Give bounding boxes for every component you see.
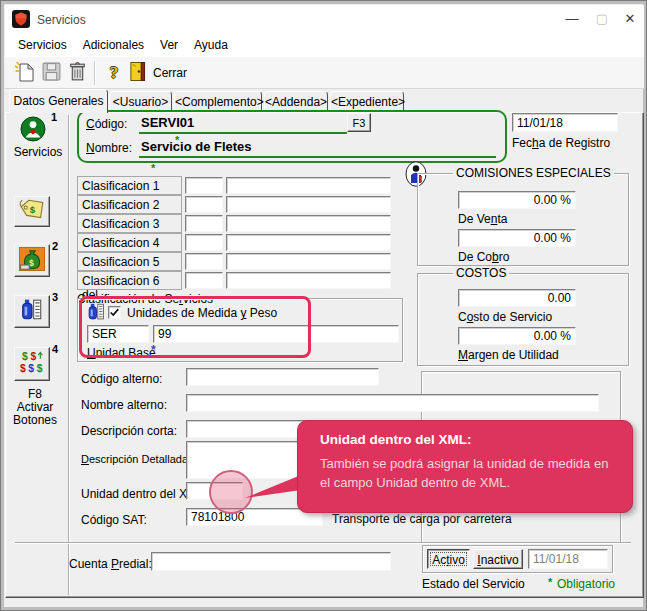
costo-servicio-input[interactable] bbox=[458, 289, 576, 307]
sidebar-item-servicios[interactable]: 1 Servicios bbox=[9, 111, 67, 159]
delete-button[interactable] bbox=[64, 60, 90, 86]
clasificacion-1-label: Clasificacion 1 del bbox=[77, 176, 182, 195]
margen-utilidad-input[interactable] bbox=[458, 327, 576, 345]
clasificacion-1-desc[interactable] bbox=[226, 177, 391, 194]
clasificacion-3-input[interactable] bbox=[185, 215, 223, 232]
codigo-value[interactable]: SERVI01 bbox=[141, 115, 194, 130]
svg-text:$: $ bbox=[22, 351, 28, 362]
help-button[interactable]: ? bbox=[101, 60, 127, 86]
close-form-label: Cerrar bbox=[153, 66, 187, 80]
close-form-button[interactable]: Cerrar bbox=[129, 60, 199, 86]
cuenta-predial-input[interactable] bbox=[151, 552, 391, 571]
svg-text:$: $ bbox=[30, 351, 36, 362]
currency-exchange-icon: $ $ $ $ $ bbox=[19, 350, 46, 378]
obligatorio-label: Obligatorio bbox=[557, 577, 615, 591]
nombre-alterno-label: Nombre alterno: bbox=[81, 398, 167, 412]
activo-button[interactable]: Activo bbox=[427, 549, 470, 569]
sidebar-button2-number: 2 bbox=[52, 240, 58, 252]
margen-utilidad-label: Margen de Utilidad bbox=[458, 348, 559, 362]
codigo-alterno-input[interactable] bbox=[186, 368, 379, 386]
comision-cobro-label: De Cobro bbox=[458, 250, 509, 264]
sidebar-button-prices[interactable]: $ $ $ $ $ bbox=[14, 347, 50, 381]
callout-title: Unidad dentro del XML: bbox=[320, 432, 472, 447]
sidebar-button-units[interactable] bbox=[14, 295, 50, 328]
menu-item-ayuda[interactable]: Ayuda bbox=[194, 38, 228, 52]
clasificacion-2-label: Clasificacion 2 del bbox=[77, 195, 182, 214]
maximize-button: ▢ bbox=[589, 5, 615, 31]
f8-hint-line2: Activar bbox=[5, 400, 65, 414]
clasificacion-4-input[interactable] bbox=[185, 234, 223, 251]
clasificacion-1-input[interactable] bbox=[185, 177, 223, 194]
estado-label: Estado del Servicio bbox=[422, 577, 525, 591]
clasificacion-5-label: Clasificacion 5 del bbox=[77, 252, 182, 271]
fecha-registro-field[interactable] bbox=[512, 113, 618, 132]
comision-venta-input[interactable] bbox=[458, 191, 576, 209]
nombre-required-mark: * bbox=[151, 162, 155, 174]
callout-bubble: Unidad dentro del XML: También se podrá … bbox=[297, 420, 633, 513]
svg-text:$: $ bbox=[28, 363, 34, 374]
descripcion-detallada-label: Descripción Detallada: bbox=[81, 453, 191, 465]
tab-datos-generales[interactable]: Datos Generales bbox=[9, 89, 108, 113]
sidebar-separator bbox=[68, 115, 70, 595]
sidebar-button3-number: 3 bbox=[52, 291, 58, 303]
costos-title: COSTOS bbox=[453, 266, 509, 280]
save-icon bbox=[41, 61, 62, 85]
codigo-sat-desc: Transporte de carga por carretera bbox=[332, 512, 512, 526]
comision-cobro-input[interactable] bbox=[458, 229, 576, 247]
shield-icon bbox=[12, 10, 30, 28]
nombre-value[interactable]: Servicio de Fletes bbox=[141, 139, 252, 154]
clasificacion-5-input[interactable] bbox=[185, 253, 223, 270]
clasificacion-2-input[interactable] bbox=[185, 196, 223, 213]
menu-bar: Servicios Adicionales Ver Ayuda bbox=[5, 33, 644, 57]
unidades-highlight-box bbox=[79, 296, 311, 358]
svg-text:$: $ bbox=[20, 363, 26, 374]
trash-icon bbox=[67, 60, 88, 86]
bottle-ruler-icon bbox=[20, 298, 44, 325]
comision-venta-label: De Venta bbox=[458, 212, 507, 226]
codigo-sat-label: Código SAT: bbox=[81, 513, 147, 527]
toolbar-separator bbox=[94, 61, 96, 85]
price-tag-icon: $ bbox=[18, 198, 46, 225]
codigo-underline bbox=[139, 132, 347, 134]
clasificacion-6-input[interactable] bbox=[185, 272, 223, 289]
codigo-alterno-label: Código alterno: bbox=[81, 372, 162, 386]
callout-tail bbox=[245, 473, 301, 501]
f3-badge[interactable]: F3 bbox=[347, 113, 371, 132]
new-document-icon bbox=[12, 60, 36, 87]
codigo-label: Código: bbox=[86, 117, 127, 131]
fecha-registro-label: Fecha de Registro bbox=[512, 136, 610, 150]
comisiones-title: COMISIONES ESPECIALES bbox=[453, 166, 614, 180]
menu-item-servicios[interactable]: Servicios bbox=[18, 38, 67, 52]
obligatorio-mark: * bbox=[548, 576, 552, 588]
f8-hint-line1: F8 bbox=[5, 387, 65, 401]
costo-servicio-label: Costo de Servicio bbox=[458, 310, 552, 324]
footer-separator bbox=[15, 542, 631, 544]
sidebar-button-moneybag[interactable]: $ bbox=[14, 244, 50, 277]
menu-item-adicionales[interactable]: Adicionales bbox=[83, 38, 144, 52]
minimize-button[interactable]: — bbox=[559, 5, 585, 31]
estado-fecha-field[interactable] bbox=[528, 549, 608, 569]
window-title: Servicios bbox=[37, 13, 86, 27]
comisiones-groupbox bbox=[417, 173, 629, 266]
svg-text:$: $ bbox=[30, 204, 36, 215]
clasificacion-3-label: Clasificacion 3 del bbox=[77, 214, 182, 233]
menu-item-ver[interactable]: Ver bbox=[160, 38, 178, 52]
clasificacion-5-desc[interactable] bbox=[226, 253, 391, 270]
clasificacion-4-desc[interactable] bbox=[226, 234, 391, 251]
exit-door-icon bbox=[129, 61, 146, 85]
help-icon: ? bbox=[110, 63, 119, 83]
clasificacion-2-desc[interactable] bbox=[226, 196, 391, 213]
save-button[interactable] bbox=[38, 60, 64, 86]
clasificacion-6-desc[interactable] bbox=[226, 272, 391, 289]
nombre-underline bbox=[139, 156, 496, 158]
clasificacion-3-desc[interactable] bbox=[226, 215, 391, 232]
app-window: Servicios — ▢ ✕ Servicios Adicionales Ve… bbox=[0, 0, 647, 611]
new-button[interactable] bbox=[11, 60, 37, 86]
nombre-alterno-input[interactable] bbox=[186, 394, 599, 412]
money-bag-icon: $ bbox=[19, 247, 45, 274]
nombre-label: Nombre: bbox=[86, 141, 132, 155]
services-icon bbox=[20, 116, 46, 145]
sidebar-button-pricetag[interactable]: $ bbox=[14, 196, 50, 227]
inactivo-button[interactable]: Inactivo bbox=[473, 549, 523, 569]
close-button[interactable]: ✕ bbox=[617, 5, 643, 31]
